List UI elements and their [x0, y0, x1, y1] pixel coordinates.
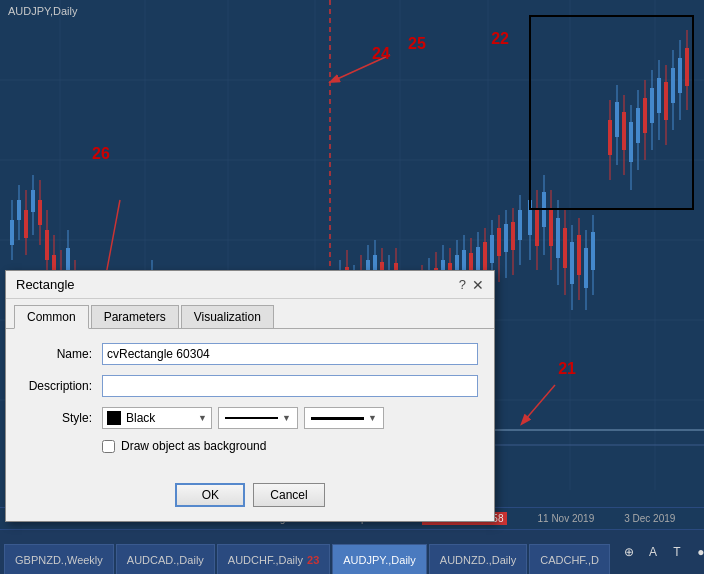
svg-rect-112 [535, 208, 539, 246]
taskbar: GBPNZD.,Weekly AUDCAD.,Daily AUDCHF.,Dai… [0, 529, 704, 574]
color-swatch [107, 411, 121, 425]
svg-rect-182 [511, 222, 515, 250]
dialog-controls: ? ✕ [459, 277, 484, 292]
line-style-arrow: ▼ [282, 413, 291, 423]
chart-label-21: 21 [558, 360, 576, 378]
toolbar-icon-crosshair[interactable]: ⊕ [618, 541, 640, 563]
dialog-help-button[interactable]: ? [459, 277, 466, 292]
taskbar-tab-gbpnzd[interactable]: GBPNZD.,Weekly [4, 544, 114, 574]
date-label-8: 3 Dec 2019 [624, 513, 675, 524]
line-width-dropdown[interactable]: ▼ [304, 407, 384, 429]
color-dropdown-arrow: ▼ [198, 413, 207, 423]
description-row: Description: [22, 375, 478, 397]
svg-rect-126 [584, 248, 588, 288]
tab-visualization[interactable]: Visualization [181, 305, 274, 328]
chart-rectangle [529, 15, 694, 210]
dialog-close-button[interactable]: ✕ [472, 278, 484, 292]
ok-button[interactable]: OK [175, 483, 245, 507]
style-label: Style: [22, 411, 102, 425]
date-label-7: 11 Nov 2019 [537, 513, 594, 524]
background-checkbox[interactable] [102, 440, 115, 453]
svg-rect-184 [518, 210, 522, 240]
taskbar-tabs: GBPNZD.,Weekly AUDCAD.,Daily AUDCHF.,Dai… [0, 530, 614, 574]
style-row: Style: Black ▼ ▼ ▼ [22, 407, 478, 429]
svg-rect-128 [591, 232, 595, 270]
background-checkbox-label: Draw object as background [121, 439, 266, 453]
chart-label-24: 24 [372, 45, 390, 63]
dialog: Rectangle ? ✕ Common Parameters Visualiz… [5, 270, 495, 522]
svg-rect-116 [549, 208, 553, 246]
tab-parameters[interactable]: Parameters [91, 305, 179, 328]
dialog-buttons: OK Cancel [6, 479, 494, 521]
svg-rect-21 [31, 190, 35, 212]
name-input[interactable] [102, 343, 478, 365]
chart-label-22: 22 [491, 30, 509, 48]
svg-rect-180 [504, 224, 508, 252]
chart-label-25: 25 [408, 35, 426, 53]
tab-common[interactable]: Common [14, 305, 89, 329]
toolbar-icon-label[interactable]: T [666, 541, 688, 563]
svg-rect-176 [490, 235, 494, 263]
line-style-dropdown[interactable]: ▼ [218, 407, 298, 429]
svg-rect-178 [497, 228, 501, 256]
dialog-tabs: Common Parameters Visualization [6, 299, 494, 329]
taskbar-tab-audjpy[interactable]: AUDJPY.,Daily [332, 544, 427, 574]
svg-rect-124 [577, 235, 581, 275]
line-width-arrow: ▼ [368, 413, 377, 423]
svg-rect-25 [45, 230, 49, 260]
description-input[interactable] [102, 375, 478, 397]
taskbar-tab-cadchf[interactable]: CADCHF.,D [529, 544, 610, 574]
taskbar-tab-audnzd[interactable]: AUDNZD.,Daily [429, 544, 527, 574]
cancel-button[interactable]: Cancel [253, 483, 324, 507]
line-style-preview [225, 417, 278, 419]
toolbar-icon-text[interactable]: A [642, 541, 664, 563]
dialog-title: Rectangle [16, 277, 75, 292]
svg-rect-118 [556, 218, 560, 258]
svg-rect-122 [570, 242, 574, 284]
toolbar-icons: ⊕ A T ● △ ◻ ─ ⚙ ⋯ 🔍 [614, 541, 704, 563]
description-label: Description: [22, 379, 102, 393]
svg-rect-120 [563, 228, 567, 268]
svg-rect-19 [24, 210, 28, 238]
color-dropdown[interactable]: Black ▼ [102, 407, 212, 429]
name-row: Name: [22, 343, 478, 365]
taskbar-tab-audchf[interactable]: AUDCHF.,Daily 23 [217, 544, 330, 574]
svg-rect-23 [38, 200, 42, 225]
dialog-titlebar: Rectangle ? ✕ [6, 271, 494, 299]
checkbox-row: Draw object as background [22, 439, 478, 453]
toolbar-icon-ellipse[interactable]: ● [690, 541, 704, 563]
svg-rect-15 [10, 220, 14, 245]
svg-rect-17 [17, 200, 21, 220]
name-label: Name: [22, 347, 102, 361]
color-name: Black [126, 411, 155, 425]
chart-label-26: 26 [92, 145, 110, 163]
svg-rect-174 [483, 242, 487, 270]
chart-title: AUDJPY,Daily [8, 5, 78, 17]
line-width-preview [311, 417, 364, 420]
dialog-body: Name: Description: Style: Black ▼ ▼ ▼ [6, 329, 494, 479]
taskbar-tab-audcad[interactable]: AUDCAD.,Daily [116, 544, 215, 574]
label-23: 23 [307, 554, 319, 566]
